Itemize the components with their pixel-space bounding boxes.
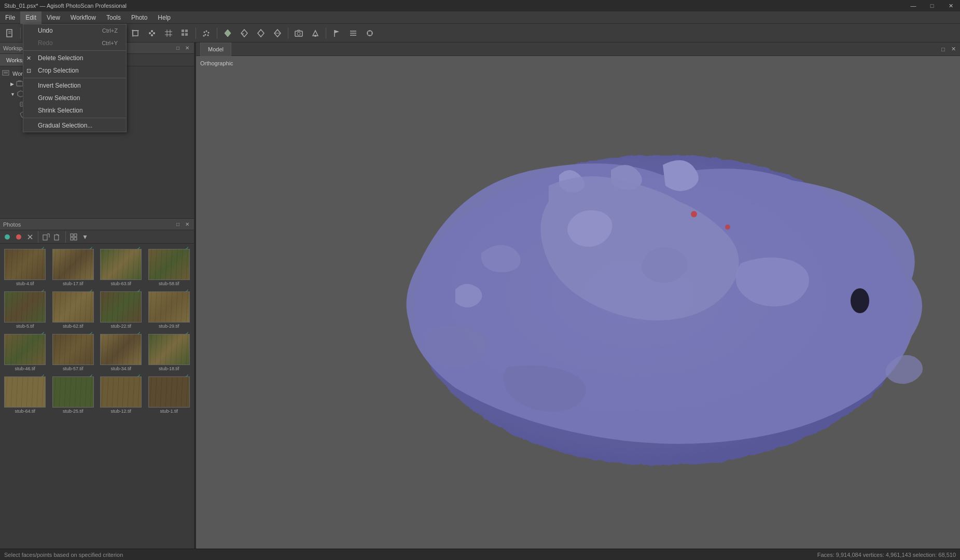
photo-item[interactable]: ✓stub-34.tif (98, 331, 144, 371)
svg-line-164 (171, 334, 172, 365)
photo-item[interactable]: ✓stub-17.tif (50, 246, 96, 286)
photo-item[interactable]: ✓stub-25.tif (50, 373, 96, 414)
toolbar-sep-5 (288, 27, 288, 39)
svg-rect-14 (133, 31, 138, 36)
photo-item[interactable]: ✓stub-63.tif (98, 246, 144, 286)
svg-line-184 (102, 377, 103, 408)
menu-photo[interactable]: Photo (126, 11, 152, 24)
photo-item[interactable]: ✓stub-5.tif (2, 288, 48, 329)
svg-line-133 (176, 292, 177, 323)
toolbar-new[interactable] (2, 26, 18, 40)
toolbar-diamond[interactable] (220, 26, 235, 40)
photo-item[interactable]: ✓stub-57.tif (50, 331, 96, 371)
toolbar-shape2[interactable] (270, 26, 285, 40)
svg-line-195 (165, 377, 167, 408)
photos-btn-import[interactable] (41, 232, 51, 242)
toolbar-grid[interactable] (161, 26, 176, 40)
toolbar-shape3[interactable] (308, 26, 323, 40)
photo-item[interactable]: ✓stub-18.tif (146, 331, 192, 371)
toolbar-points[interactable] (144, 26, 160, 40)
svg-line-143 (42, 334, 44, 365)
menu-grow-selection[interactable]: Grow Selection (23, 92, 126, 104)
model-tab[interactable]: Model (200, 43, 231, 56)
workspace-maximize[interactable]: □ (174, 45, 182, 52)
toolbar-move2[interactable] (362, 26, 378, 40)
photos-label: Photos (3, 221, 21, 228)
svg-line-101 (176, 249, 177, 280)
photo-item[interactable]: ✓stub-62.tif (50, 288, 96, 329)
menu-view[interactable]: View (41, 11, 65, 24)
menu-crop-selection[interactable]: ⊡ Crop Selection (23, 64, 126, 77)
maximize-button[interactable]: □ (923, 0, 941, 11)
svg-point-42 (297, 32, 300, 35)
photos-btn-red[interactable] (13, 232, 24, 242)
toolbar-shape-empty[interactable] (253, 26, 269, 40)
menu-tools[interactable]: Tools (101, 11, 126, 24)
toolbar-scatter[interactable] (199, 26, 214, 40)
photo-filename: stub-17.tif (63, 281, 84, 286)
menu-gradual-selection[interactable]: Gradual Selection... (23, 119, 126, 132)
photos-btn-green[interactable] (2, 232, 12, 242)
svg-point-17 (149, 32, 151, 34)
photo-item[interactable]: ✓stub-12.tif (98, 373, 144, 414)
model-close-btn[interactable]: ✕ (949, 46, 958, 52)
menu-edit[interactable]: Edit (20, 11, 41, 24)
toolbar-grid2[interactable] (177, 26, 193, 40)
svg-line-141 (32, 334, 33, 365)
svg-line-105 (11, 292, 12, 323)
toolbar-flag[interactable] (329, 26, 344, 40)
photo-filename: stub-22.tif (110, 324, 131, 329)
svg-line-126 (133, 292, 134, 323)
workspace-close[interactable]: ✕ (184, 45, 191, 52)
photo-item[interactable]: ✓stub-1.tif (146, 373, 192, 414)
menu-delete-selection[interactable]: ✕ Delete Selection (23, 52, 126, 64)
menu-undo[interactable]: Undo Ctrl+Z (23, 24, 126, 37)
minimize-button[interactable]: — (904, 0, 923, 11)
close-button[interactable]: ✕ (941, 0, 960, 11)
photos-close[interactable]: ✕ (184, 221, 191, 228)
svg-line-107 (21, 292, 23, 323)
delete-icon: ✕ (26, 55, 31, 62)
photo-item[interactable]: ✓stub-58.tif (146, 246, 192, 286)
photos-btn-x[interactable] (25, 232, 35, 242)
toolbar-triangle-right[interactable] (236, 26, 252, 40)
menu-help[interactable]: Help (152, 11, 176, 24)
svg-line-102 (181, 249, 183, 280)
svg-line-109 (32, 292, 33, 323)
menu-file[interactable]: File (0, 11, 20, 24)
svg-line-92 (122, 249, 124, 280)
svg-line-173 (32, 377, 33, 408)
menu-workflow[interactable]: Workflow (65, 11, 101, 24)
photos-btn-grid-dropdown[interactable]: ▼ (80, 232, 90, 242)
photo-item[interactable]: ✓stub-4.tif (2, 246, 48, 286)
svg-line-193 (155, 377, 157, 408)
svg-line-77 (32, 249, 33, 280)
svg-line-98 (160, 249, 162, 280)
photos-btn-export[interactable] (52, 232, 63, 242)
toolbar-crop[interactable] (128, 26, 143, 40)
photo-item[interactable]: ✓stub-22.tif (98, 288, 144, 329)
model-viewport[interactable]: Orthographic (196, 56, 960, 549)
svg-rect-27 (182, 33, 184, 36)
photo-item[interactable]: ✓stub-29.tif (146, 288, 192, 329)
svg-point-20 (151, 34, 153, 36)
svg-line-86 (85, 249, 87, 280)
model-maximize-btn[interactable]: □ (939, 46, 947, 52)
toolbar-align[interactable] (345, 26, 361, 40)
photo-item[interactable]: ✓stub-46.tif (2, 331, 48, 371)
svg-line-178 (64, 377, 66, 408)
toolbar-camera[interactable] (291, 26, 307, 40)
menu-invert-selection[interactable]: Invert Selection (23, 79, 126, 92)
photos-maximize[interactable]: □ (174, 221, 182, 228)
menu-shrink-selection[interactable]: Shrink Selection (23, 104, 126, 117)
svg-line-160 (150, 334, 151, 365)
menu-redo[interactable]: Redo Ctrl+Y (23, 37, 126, 49)
photo-item[interactable]: ✓stub-64.tif (2, 373, 48, 414)
svg-line-74 (16, 249, 18, 280)
svg-rect-63 (43, 235, 47, 240)
svg-line-113 (59, 292, 61, 323)
svg-line-165 (176, 334, 177, 365)
svg-point-203 (851, 288, 869, 313)
photos-btn-grid-small[interactable] (68, 232, 79, 242)
main-view: Model □ ✕ Orthographic (196, 43, 960, 549)
